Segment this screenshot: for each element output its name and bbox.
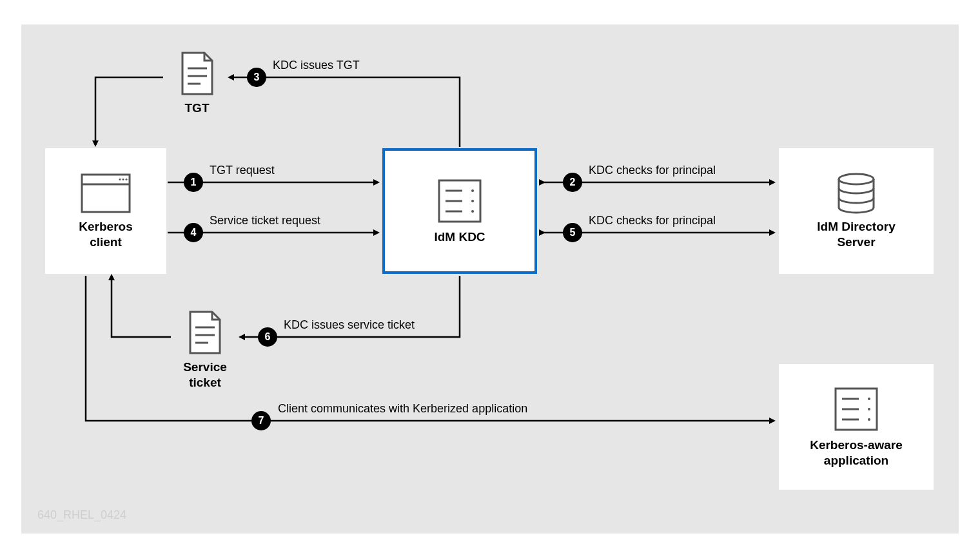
node-label: Serviceticket	[173, 360, 237, 390]
node-idm-directory-server: IdM DirectoryServer	[779, 148, 934, 274]
node-label: IdM KDC	[434, 229, 485, 245]
svg-point-15	[471, 210, 474, 213]
step-badge-6: 6	[258, 327, 277, 347]
server-list-icon	[833, 386, 879, 432]
document-icon	[186, 309, 224, 356]
step-label-5: KDC checks for principal	[589, 214, 716, 227]
step-badge-5: 5	[563, 223, 582, 242]
svg-point-16	[839, 174, 874, 184]
node-kerberos-aware-application: Kerberos-awareapplication	[779, 364, 934, 490]
database-icon	[836, 173, 876, 214]
step-label-2: KDC checks for principal	[589, 164, 716, 177]
window-icon	[80, 173, 132, 214]
node-label: IdM DirectoryServer	[817, 219, 895, 250]
step-badge-4: 4	[184, 223, 203, 242]
node-tgt: TGT	[166, 50, 228, 116]
node-idm-kdc: IdM KDC	[382, 148, 537, 274]
server-list-icon	[436, 178, 483, 224]
step-label-3: KDC issues TGT	[273, 59, 360, 72]
svg-point-8	[126, 178, 128, 180]
step-label-6: KDC issues service ticket	[284, 318, 415, 332]
svg-point-23	[868, 418, 870, 421]
svg-point-7	[122, 178, 124, 180]
node-label: Kerberosclient	[79, 219, 132, 250]
node-label: Kerberos-awareapplication	[810, 438, 903, 468]
svg-point-21	[868, 398, 870, 400]
step-label-7: Client communicates with Kerberized appl…	[278, 402, 527, 416]
svg-rect-4	[82, 175, 130, 212]
svg-point-13	[471, 189, 474, 192]
step-badge-7: 7	[251, 411, 271, 430]
step-label-1: TGT request	[210, 164, 275, 177]
document-icon	[179, 50, 216, 97]
svg-point-14	[471, 200, 474, 202]
svg-point-6	[119, 178, 121, 180]
step-badge-3: 3	[247, 68, 266, 87]
step-label-4: Service ticket request	[210, 214, 320, 227]
node-service-ticket: Serviceticket	[173, 309, 237, 390]
svg-point-22	[868, 408, 870, 410]
node-kerberos-client: Kerberosclient	[45, 148, 166, 274]
step-badge-1: 1	[184, 173, 203, 192]
footer-watermark: 640_RHEL_0424	[37, 508, 126, 522]
diagram-canvas: Kerberosclient IdM KDC IdM DirectoryServ…	[21, 24, 959, 534]
step-badge-2: 2	[563, 173, 582, 192]
node-label: TGT	[166, 101, 228, 116]
